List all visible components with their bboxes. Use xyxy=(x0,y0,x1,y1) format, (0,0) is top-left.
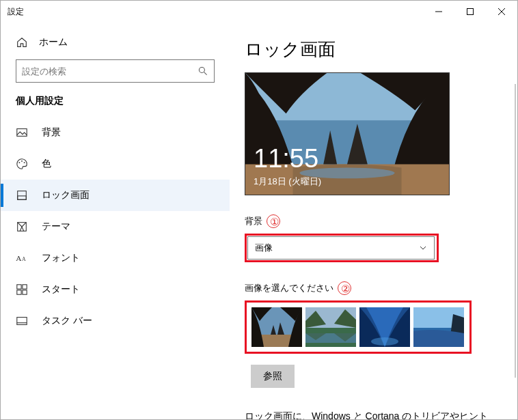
thumbnail-2[interactable] xyxy=(305,307,356,347)
svg-point-7 xyxy=(19,162,21,163)
background-field: 背景 ① 画像 xyxy=(245,214,497,262)
nav-item-lockscreen[interactable]: ロック画面 xyxy=(1,180,230,211)
sidebar: ホーム 個人用設定 背景 色 ロック画面 テーマ xyxy=(1,23,230,419)
svg-rect-10 xyxy=(18,191,27,200)
thumbnail-4[interactable] xyxy=(413,307,464,347)
nav-item-label: 色 xyxy=(42,158,51,170)
lockscreen-icon xyxy=(16,189,28,201)
nav-item-label: タスク バー xyxy=(42,315,92,327)
nav-item-colors[interactable]: 色 xyxy=(1,148,230,180)
scrollbar[interactable] xyxy=(515,84,516,378)
svg-rect-1 xyxy=(467,9,474,15)
palette-icon xyxy=(16,158,28,170)
svg-rect-16 xyxy=(23,285,27,289)
chevron-down-icon xyxy=(419,244,427,252)
nav-item-label: フォント xyxy=(42,252,80,264)
close-button[interactable] xyxy=(486,1,517,23)
svg-point-9 xyxy=(24,162,25,163)
svg-point-4 xyxy=(199,67,204,72)
nav-item-themes[interactable]: テーマ xyxy=(1,211,230,242)
home-icon xyxy=(16,36,28,48)
background-dropdown[interactable]: 画像 xyxy=(247,236,435,260)
svg-point-31 xyxy=(371,337,398,346)
lockscreen-preview: 11:55 1月18日 (火曜日) xyxy=(245,72,450,195)
nav-item-fonts[interactable]: AA フォント xyxy=(1,242,230,274)
callout-2: ② xyxy=(338,281,351,295)
background-label: 背景 xyxy=(245,215,262,227)
preview-overlay: 11:55 1月18日 (火曜日) xyxy=(254,145,321,188)
maximize-button[interactable] xyxy=(454,1,486,23)
close-icon xyxy=(497,8,506,16)
nav-item-background[interactable]: 背景 xyxy=(1,117,230,148)
thumbnail-3[interactable] xyxy=(359,307,410,347)
preview-date: 1月18日 (火曜日) xyxy=(254,176,321,188)
content-area: ロック画面 11:55 1月18日 (火曜日) xyxy=(230,23,517,419)
svg-rect-19 xyxy=(17,318,27,325)
maximize-icon xyxy=(466,8,474,16)
sidebar-section-title: 個人用設定 xyxy=(1,95,230,117)
svg-line-5 xyxy=(204,72,207,75)
page-heading: ロック画面 xyxy=(245,38,497,61)
description-text: ロック画面に、Windows と Cortana のトリビアやヒントなどの情報を… xyxy=(245,408,497,419)
nav-item-label: ロック画面 xyxy=(42,189,90,201)
minimize-button[interactable] xyxy=(423,1,454,23)
svg-rect-15 xyxy=(17,285,21,289)
choose-image-field: 画像を選んでください ② xyxy=(245,281,497,388)
svg-rect-17 xyxy=(17,290,21,294)
highlight-box-2 xyxy=(245,300,472,354)
svg-rect-6 xyxy=(17,129,27,137)
svg-text:A: A xyxy=(16,254,22,262)
taskbar-icon xyxy=(16,315,28,327)
start-icon xyxy=(16,283,28,296)
search-box[interactable] xyxy=(16,59,215,83)
settings-window: 設定 ホーム 個人用設定 xyxy=(0,0,518,420)
fonts-icon: AA xyxy=(16,252,28,264)
svg-rect-11 xyxy=(18,196,27,199)
image-icon xyxy=(16,126,28,139)
highlight-box-1: 画像 xyxy=(245,234,439,262)
themes-icon xyxy=(16,221,28,233)
svg-point-8 xyxy=(21,160,23,162)
minimize-icon xyxy=(435,8,443,16)
nav-item-taskbar[interactable]: タスク バー xyxy=(1,305,230,337)
nav-item-label: 背景 xyxy=(42,126,61,139)
preview-time: 11:55 xyxy=(254,145,321,171)
nav-item-label: テーマ xyxy=(42,221,70,233)
svg-text:A: A xyxy=(22,256,26,262)
choose-image-label: 画像を選んでください xyxy=(245,282,333,294)
search-input[interactable] xyxy=(22,66,197,76)
titlebar: 設定 xyxy=(1,1,517,23)
nav-item-label: スタート xyxy=(42,283,80,296)
nav-home-label: ホーム xyxy=(39,36,68,48)
svg-rect-18 xyxy=(23,290,27,294)
nav-item-start[interactable]: スタート xyxy=(1,274,230,305)
thumbnail-1[interactable] xyxy=(251,307,302,347)
nav-home[interactable]: ホーム xyxy=(1,29,230,57)
window-title: 設定 xyxy=(8,6,24,18)
browse-button[interactable]: 参照 xyxy=(251,365,295,388)
dropdown-value: 画像 xyxy=(255,242,273,254)
callout-1: ① xyxy=(267,214,280,228)
window-controls xyxy=(423,1,517,23)
body: ホーム 個人用設定 背景 色 ロック画面 テーマ xyxy=(1,23,517,419)
thumbnail-row xyxy=(247,303,469,351)
search-icon xyxy=(197,66,208,76)
